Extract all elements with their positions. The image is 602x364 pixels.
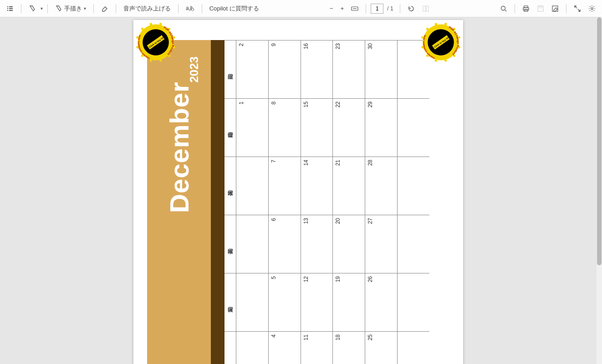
calendar-cell	[236, 157, 269, 215]
vertical-scrollbar[interactable]	[597, 17, 602, 364]
calendar-cell: 20	[333, 215, 365, 273]
date-number: 11	[303, 334, 309, 340]
calendar-cell: 27	[365, 215, 398, 273]
document-viewer[interactable]: December 2023 土曜日29162330金曜日18152229木曜日7…	[0, 17, 597, 364]
rotate-button[interactable]	[405, 3, 418, 14]
date-number: 22	[335, 101, 341, 107]
date-number: 19	[335, 276, 341, 282]
pdf-page: December 2023 土曜日29162330金曜日18152229木曜日7…	[133, 20, 463, 364]
svg-rect-1	[423, 6, 425, 11]
date-number: 30	[367, 43, 373, 49]
weekday-label: 水曜日	[224, 215, 236, 273]
calendar-cell: 7	[269, 157, 301, 215]
pdf-toolbar: ▾ 手描き ▾ 音声で読み上げる aあ Copilot に質問する − +	[0, 0, 602, 17]
date-number: 26	[367, 276, 373, 282]
page-view-button[interactable]	[419, 3, 432, 14]
calendar-cell: 15	[301, 98, 333, 157]
calendar-cell: 4	[269, 331, 301, 364]
draw-label: 手描き	[64, 5, 82, 13]
brown-band	[211, 40, 224, 364]
contents-button[interactable]	[4, 3, 16, 14]
calendar-cell: 18	[333, 331, 365, 364]
calendar-cell: 28	[365, 157, 398, 215]
calendar-cell: 9	[269, 40, 301, 98]
translate-button[interactable]: aあ	[183, 3, 197, 14]
fullscreen-button[interactable]	[571, 3, 584, 14]
toolbar-right	[497, 3, 598, 14]
fit-width-button[interactable]	[348, 3, 361, 14]
date-number: 14	[303, 160, 309, 166]
chevron-down-icon[interactable]: ▾	[41, 6, 43, 11]
date-number: 8	[270, 101, 277, 105]
zoom-out-button[interactable]: −	[327, 3, 336, 14]
calendar-row: 水曜日6132027	[224, 215, 429, 273]
calendar-row: 火曜日5121926	[224, 273, 429, 331]
calendar-cell: 5	[269, 273, 301, 331]
svg-rect-7	[538, 6, 543, 11]
date-number: 15	[303, 101, 309, 107]
date-number: 25	[367, 334, 373, 340]
calendar-cell: 11	[301, 331, 333, 364]
calendar-cell: 14	[301, 157, 333, 215]
calendar-cell: 29	[365, 98, 398, 157]
calendar-cell	[398, 98, 429, 157]
copilot-button[interactable]: Copilot に質問する	[207, 3, 262, 15]
read-aloud-button[interactable]: 音声で読み上げる	[121, 3, 173, 15]
year-title: 2023	[187, 56, 201, 83]
calendar-row: 金曜日18152229	[224, 98, 429, 157]
zoom-in-button[interactable]: +	[338, 3, 347, 14]
calendar-grid: 土曜日29162330金曜日18152229木曜日7142128水曜日61320…	[224, 40, 429, 364]
page-number-input[interactable]	[371, 4, 383, 14]
print-button[interactable]	[520, 3, 532, 14]
date-number: 23	[335, 43, 341, 49]
separator	[116, 4, 116, 13]
date-number: 9	[270, 43, 277, 46]
separator	[178, 4, 179, 13]
svg-rect-4	[524, 6, 528, 8]
calendar-cell: 26	[365, 273, 398, 331]
date-number: 2	[238, 43, 245, 46]
calendar-cell	[398, 331, 429, 364]
pages-icon	[422, 5, 429, 12]
save-icon	[537, 5, 544, 12]
list-icon	[6, 5, 14, 12]
settings-button[interactable]	[586, 3, 598, 14]
save-button[interactable]	[534, 3, 547, 14]
plus-icon: +	[341, 5, 344, 12]
search-icon	[500, 5, 507, 12]
save-as-button[interactable]	[549, 3, 561, 14]
scrollbar-thumb[interactable]	[597, 17, 602, 265]
weekday-label: 木曜日	[224, 157, 236, 215]
erase-button[interactable]	[98, 3, 111, 14]
draw-tool-button[interactable]: 手描き ▾	[52, 3, 89, 15]
draw-icon	[55, 5, 62, 12]
calendar-cell: 6	[269, 215, 301, 273]
calendar-cell: 30	[365, 40, 398, 98]
calendar-cell: 12	[301, 273, 333, 331]
calendar-cell: 22	[333, 98, 365, 157]
separator	[93, 4, 94, 13]
date-number: 27	[367, 218, 373, 224]
search-button[interactable]	[497, 3, 510, 14]
calendar-row: 土曜日29162330	[224, 40, 429, 98]
fullscreen-icon	[574, 5, 581, 12]
translate-icon: aあ	[186, 5, 194, 12]
date-number: 28	[367, 160, 373, 166]
watermark-stamp-right[interactable]: PDF-XChange Product Click to buy NOW! tr…	[420, 22, 461, 63]
toolbar-center: − + / 1	[327, 3, 432, 14]
weekday-label: 金曜日	[224, 98, 236, 157]
svg-point-10	[591, 7, 593, 9]
date-number: 16	[303, 43, 309, 49]
highlight-tool-button[interactable]	[26, 3, 39, 14]
watermark-stamp-left[interactable]: PDF-XChange Product Click to buy NOW! tr…	[135, 22, 176, 63]
highlighter-icon	[29, 5, 36, 12]
date-number: 4	[270, 334, 277, 338]
separator	[566, 4, 566, 13]
calendar-cell: 19	[333, 273, 365, 331]
weekday-label: 火曜日	[224, 273, 236, 331]
calendar-cell	[398, 157, 429, 215]
calendar-cell: 8	[269, 98, 301, 157]
gear-icon	[588, 5, 596, 12]
calendar-cell	[398, 215, 429, 273]
eraser-icon	[101, 5, 108, 12]
